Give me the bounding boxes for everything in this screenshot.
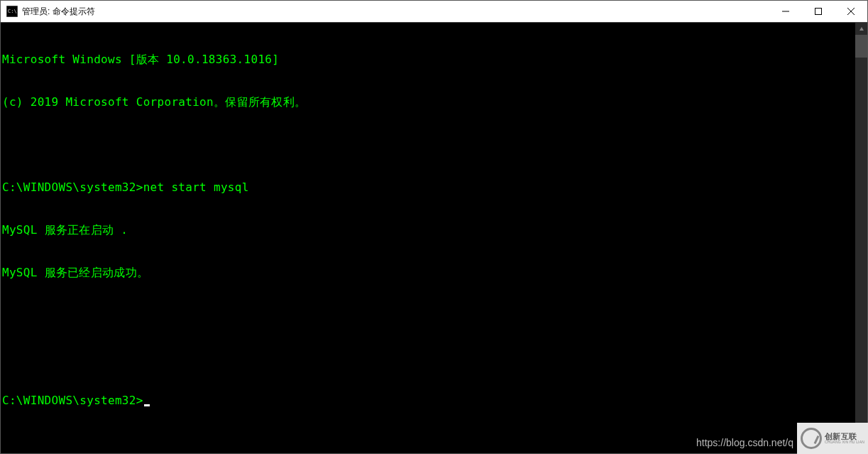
scrollbar-thumb[interactable]: [855, 35, 867, 58]
logo-sub-text: CHUANG XIN HU LIAN: [825, 441, 864, 444]
maximize-button[interactable]: [802, 1, 835, 22]
blank-line: [2, 138, 854, 152]
terminal-content[interactable]: Microsoft Windows [版本 10.0.18363.1016] (…: [1, 23, 855, 453]
svg-rect-3: [815, 9, 822, 15]
command-text: net start mysql: [143, 180, 249, 195]
blank-line: [2, 351, 854, 365]
logo-text: 创新互联 CHUANG XIN HU LIAN: [825, 433, 864, 444]
prompt-line: C:\WINDOWS\system32>: [2, 394, 854, 408]
svg-marker-6: [859, 27, 864, 31]
window-controls: [769, 1, 867, 22]
minimize-button[interactable]: [769, 1, 802, 22]
scrollbar-vertical[interactable]: [855, 23, 867, 453]
logo-icon: [801, 428, 822, 449]
output-line: MySQL 服务已经启动成功。: [2, 266, 854, 280]
scrollbar-up-button[interactable]: [855, 23, 867, 35]
output-line: Microsoft Windows [版本 10.0.18363.1016]: [2, 53, 854, 67]
app-icon: C:\: [6, 6, 18, 17]
output-line: (c) 2019 Microsoft Corporation。保留所有权利。: [2, 95, 854, 109]
output-line: MySQL 服务正在启动 .: [2, 223, 854, 237]
watermark-url: https://blog.csdn.net/q: [696, 437, 793, 448]
svg-text:C:\: C:\: [8, 9, 17, 14]
blank-line: [2, 308, 854, 323]
watermark-logo: 创新互联 CHUANG XIN HU LIAN: [797, 423, 868, 454]
terminal-body: Microsoft Windows [版本 10.0.18363.1016] (…: [1, 23, 867, 453]
window-title: 管理员: 命令提示符: [22, 6, 769, 18]
cursor: [144, 404, 150, 406]
titlebar[interactable]: C:\ 管理员: 命令提示符: [1, 1, 867, 23]
close-button[interactable]: [835, 1, 867, 22]
command-prompt-window: C:\ 管理员: 命令提示符 Microsoft Windows [版本 10.…: [0, 0, 868, 454]
prompt-line: C:\WINDOWS\system32>net start mysql: [2, 180, 854, 195]
prompt: C:\WINDOWS\system32>: [2, 180, 143, 195]
prompt: C:\WINDOWS\system32>: [2, 394, 143, 408]
